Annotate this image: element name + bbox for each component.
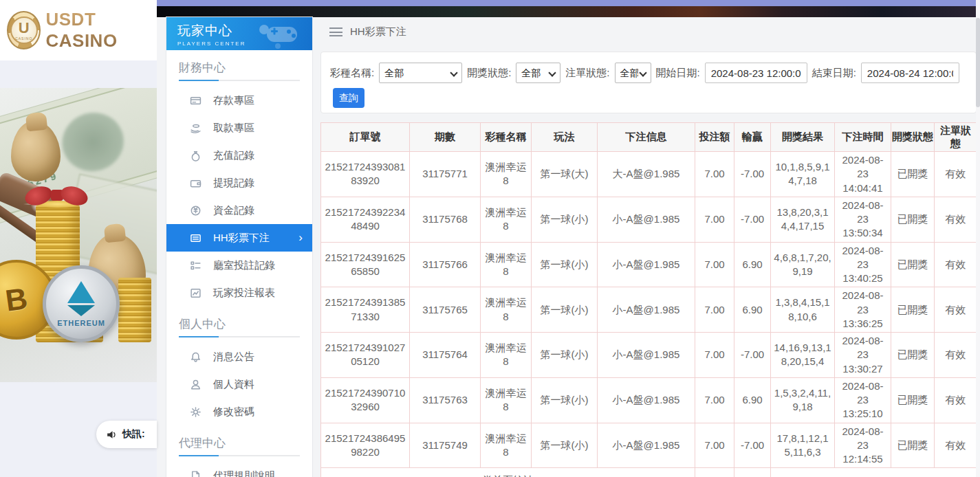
sidebar-item-label: 取款專區 <box>213 122 254 135</box>
section-divider <box>179 455 300 456</box>
end-date-input[interactable] <box>861 63 959 83</box>
sidebar-item-lottery-bets[interactable]: HH彩票下注› <box>166 224 312 252</box>
order-status-select[interactable]: 全部 <box>615 63 651 83</box>
table-row: 215217243864959822031175749澳洲幸运8第一球(小)小-… <box>321 423 977 468</box>
coin-stack3-image <box>118 278 151 342</box>
table-cell: -7.00 <box>734 152 771 197</box>
table-header-cell: 下注信息 <box>598 123 695 152</box>
table-cell: 31175765 <box>410 287 481 333</box>
bets-table: 訂單號期數彩種名稱玩法下注信息投注額輸贏開獎結果下注時間開獎狀態注單狀態 215… <box>320 122 977 477</box>
table-header-cell: 注單狀態 <box>935 123 977 152</box>
news-ticker-button[interactable]: 快訊: <box>96 421 157 448</box>
table-cell: 小-A盤@1.985 <box>598 197 695 242</box>
table-cell: 已開獎 <box>891 197 935 242</box>
table-cell: 2152172439223448490 <box>321 197 410 242</box>
sidebar-item-report[interactable]: 玩家投注報表 <box>166 279 312 307</box>
table-cell: 1,5,3,2,4,11,9,18 <box>771 377 835 423</box>
sidebar-item-recharge-record[interactable]: 充值記錄 <box>166 142 312 169</box>
table-row: 215217243916256585031175766澳洲幸运8第一球(小)小-… <box>321 242 977 287</box>
sidebar-item-label: 存款專區 <box>213 94 254 107</box>
sidebar-item-label: 提現記錄 <box>213 177 254 190</box>
lottery-name-select-wrap: 全部 <box>379 63 462 83</box>
sidebar-item-password[interactable]: 修改密碼 <box>166 398 312 425</box>
table-row: 215217243922344849031175768澳洲幸运8第一球(小)小-… <box>321 197 977 242</box>
start-date-input[interactable] <box>705 63 807 83</box>
table-cell: 2152172439102705120 <box>321 333 410 378</box>
scrollbar-thumb[interactable] <box>976 18 980 107</box>
table-cell: 已開獎 <box>891 333 935 378</box>
table-container: 訂單號期數彩種名稱玩法下注信息投注額輸贏開獎結果下注時間開獎狀態注單狀態 215… <box>320 122 977 477</box>
sidebar-item-agent-rules[interactable]: 代理規則說明 <box>166 462 312 477</box>
sidebar-header: 玩家中心 PLAYERS CENTER <box>166 17 312 50</box>
table-cell: 2024-08-23 13:40:25 <box>835 242 891 287</box>
ethereum-coin-image: ETHEREUM <box>43 265 120 342</box>
table-cell: 31175764 <box>410 333 481 378</box>
promo-photo: KB46279 B ETHEREUM <box>0 88 157 382</box>
end-date-label: 結束日期: <box>812 67 856 80</box>
room-bets-icon <box>190 260 202 271</box>
table-cell: 小-A盤@1.985 <box>598 377 695 423</box>
table-cell: 2152172438649598220 <box>321 423 410 468</box>
table-cell: 2024-08-23 12:14:55 <box>835 423 891 468</box>
dollar-portrait-image <box>55 105 131 179</box>
table-cell: 6.90 <box>734 287 771 333</box>
table-cell: 10,1,8,5,9,14,7,18 <box>771 152 835 197</box>
ethereum-label: ETHEREUM <box>57 319 105 327</box>
lottery-name-select[interactable]: 全部 <box>379 63 462 83</box>
table-cell: 澳洲幸运8 <box>481 197 532 242</box>
sidebar-section-label: 個人中心 <box>166 307 312 336</box>
draw-status-label: 開獎狀態: <box>467 67 511 80</box>
hamburger-menu-icon[interactable] <box>329 27 342 36</box>
page-title: HH彩票下注 <box>350 25 406 38</box>
sidebar-item-funds-record[interactable]: 資金記錄 <box>166 197 312 224</box>
start-date-label: 開始日期: <box>656 67 700 80</box>
table-cell: 小-A盤@1.985 <box>598 423 695 468</box>
sidebar-menu: 財務中心存款專區取款專區充值記錄提現記錄資金記錄HH彩票下注›廳室投註記錄玩家投… <box>166 50 312 477</box>
bitcoin-symbol: B <box>3 281 30 318</box>
search-button[interactable]: 查詢 <box>333 88 364 108</box>
sidebar-item-label: 資金記錄 <box>213 204 254 217</box>
brand-emblem-icon: U CASINO <box>7 11 41 49</box>
emblem-letter: U <box>19 21 30 36</box>
news-ticker-label: 快訊: <box>122 428 145 441</box>
table-cell: 7.00 <box>695 197 734 242</box>
top-lavender-strip <box>157 0 980 6</box>
table-cell: 已開獎 <box>891 287 935 333</box>
table-cell: 7.00 <box>695 242 734 287</box>
sidebar-item-label: 廳室投註記錄 <box>213 259 275 272</box>
lottery-bets-icon <box>190 232 202 244</box>
table-cell: 4,6,8,1,7,20,9,19 <box>771 242 835 287</box>
section-divider <box>179 80 300 81</box>
withdrawal-record-icon <box>190 177 202 189</box>
table-cell: 2024-08-23 13:50:34 <box>835 197 891 242</box>
table-row: 215217243930818392031175771澳洲幸运8第一球(大)大-… <box>321 152 977 197</box>
table-header-cell: 投注額 <box>695 123 734 152</box>
section-divider <box>179 336 300 337</box>
summary-bet-total: 49.00 <box>695 468 734 477</box>
table-cell: 2024-08-23 13:30:27 <box>835 333 891 378</box>
ethereum-logo-icon <box>67 281 95 303</box>
sidebar-item-withdraw[interactable]: 取款專區 <box>166 114 312 142</box>
emblem-subtext: CASINO <box>15 36 32 41</box>
table-cell: 有效 <box>935 152 977 197</box>
logo[interactable]: U CASINO USDT CASINO <box>0 0 157 60</box>
money-bag2-tie <box>104 223 127 243</box>
table-cell: 13,8,20,3,14,4,17,15 <box>771 197 835 242</box>
table-cell: 小-A盤@1.985 <box>598 242 695 287</box>
table-cell: 已開獎 <box>891 242 935 287</box>
sidebar-item-profile[interactable]: 個人資料 <box>166 370 312 398</box>
table-cell: 2024-08-23 14:04:41 <box>835 152 891 197</box>
table-cell: 31175749 <box>410 423 481 468</box>
sidebar-item-bell[interactable]: 消息公告 <box>166 343 312 370</box>
sidebar-item-deposit[interactable]: 存款專區 <box>166 87 312 114</box>
draw-status-select[interactable]: 全部 <box>516 63 560 83</box>
table-cell: 第一球(小) <box>532 333 598 378</box>
table-cell: 澳洲幸运8 <box>481 287 532 333</box>
sidebar-item-room-bets[interactable]: 廳室投註記錄 <box>166 252 312 279</box>
table-header-row: 訂單號期數彩種名稱玩法下注信息投注額輸贏開獎結果下注時間開獎狀態注單狀態 <box>321 123 977 152</box>
lottery-name-label: 彩種名稱: <box>330 67 374 80</box>
table-cell: 6.90 <box>734 377 771 423</box>
scrollbar-track[interactable] <box>976 0 980 477</box>
sidebar-item-withdrawal-record[interactable]: 提現記錄 <box>166 169 312 197</box>
sidebar-item-label: 代理規則說明 <box>213 469 275 477</box>
